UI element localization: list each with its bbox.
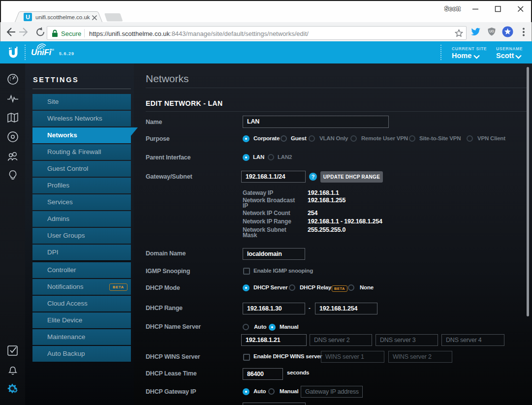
svg-text:UO: UO [489,30,494,33]
svg-text:U: U [26,14,30,21]
